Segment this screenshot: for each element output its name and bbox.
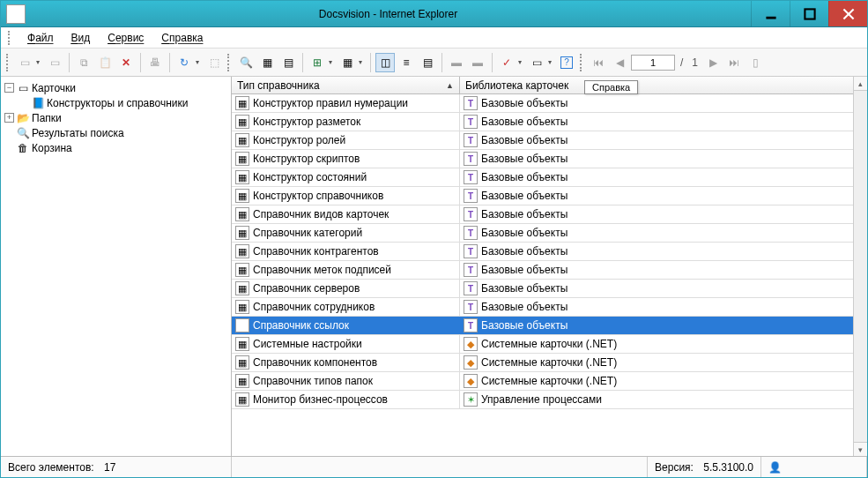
folder-tree[interactable]: − Карточки Конструкторы и справочники + … xyxy=(1,77,232,456)
view-list-button[interactable]: ≡ xyxy=(397,53,416,72)
settings-dropdown[interactable]: ▾ xyxy=(548,58,555,66)
group-button[interactable]: ▬ xyxy=(447,53,466,72)
cell-type-text: Конструктор справочников xyxy=(253,190,383,202)
tree-node-folders[interactable]: + Папки xyxy=(3,110,229,125)
table-row[interactable]: ▦Монитор бизнес-процессовУправление проц… xyxy=(232,391,867,409)
row-library-icon xyxy=(464,207,478,221)
page-first-button[interactable]: ⏮ xyxy=(589,53,608,72)
tree-label: Папки xyxy=(32,112,62,124)
export-excel-button[interactable]: ⊞ xyxy=(308,53,327,72)
export-xml-button[interactable]: ▦ xyxy=(338,53,357,72)
table-row[interactable]: ▦Справочник ссылокБазовые объекты xyxy=(232,317,867,335)
cell-type: ▦Справочник контрагентов xyxy=(232,243,460,260)
status-total: Всего элементов: 17 xyxy=(1,457,232,477)
menu-help[interactable]: Справка xyxy=(154,30,210,46)
cell-library-text: Базовые объекты xyxy=(481,227,568,239)
scroll-down-icon[interactable]: ▾ xyxy=(854,442,867,456)
view-tree-button[interactable]: ◫ xyxy=(375,53,395,72)
vertical-scrollbar[interactable]: ▴ ▾ xyxy=(853,77,867,456)
refresh-button[interactable]: ↻ xyxy=(174,53,194,72)
stop-icon: ⬚ xyxy=(210,56,219,69)
check-button[interactable]: ✓ xyxy=(497,53,516,72)
column-header-library[interactable]: Библиотека карточек ▲ xyxy=(460,77,867,93)
page-prev-button[interactable]: ◀ xyxy=(610,53,629,72)
status-user xyxy=(761,457,867,477)
page-input[interactable]: 1 xyxy=(631,55,675,71)
scroll-up-icon[interactable]: ▴ xyxy=(854,77,867,91)
print-button[interactable]: 🖶 xyxy=(145,53,165,72)
table-row[interactable]: ▦Конструктор справочниковБазовые объекты xyxy=(232,187,867,205)
refresh-dropdown[interactable]: ▾ xyxy=(196,58,203,66)
separator xyxy=(169,53,170,72)
tree-node-trash[interactable]: Корзина xyxy=(3,140,229,155)
page-all-button[interactable]: ▯ xyxy=(746,53,765,72)
separator xyxy=(492,53,493,72)
expander-icon[interactable]: − xyxy=(4,83,14,93)
sort-button[interactable]: ▬ xyxy=(468,53,487,72)
properties-button[interactable]: ▤ xyxy=(278,53,298,72)
delete-button[interactable]: ✕ xyxy=(116,53,136,72)
status-version-label: Версия: xyxy=(655,461,694,474)
window-controls xyxy=(751,1,867,26)
menu-file[interactable]: Файл xyxy=(20,30,61,46)
open-button[interactable]: ▭ xyxy=(45,53,64,72)
help-button[interactable]: ? xyxy=(557,53,576,72)
view-detail-button[interactable]: ▤ xyxy=(418,53,437,72)
cell-library-text: Базовые объекты xyxy=(481,301,568,313)
table-row[interactable]: ▦Конструктор состоянийБазовые объекты xyxy=(232,168,867,187)
expander-icon[interactable]: + xyxy=(4,113,14,123)
table-row[interactable]: ▦Справочник типов папокСистемные карточк… xyxy=(232,372,867,391)
grid-body[interactable]: ▦Конструктор правил нумерацииБазовые объ… xyxy=(232,94,867,456)
new-card-button[interactable]: ▭ xyxy=(15,53,34,72)
new-card-dropdown[interactable]: ▾ xyxy=(36,58,43,66)
cell-library: Базовые объекты xyxy=(460,205,867,223)
table-row[interactable]: ▦Справочник контрагентовБазовые объекты xyxy=(232,243,867,261)
tree-label: Карточки xyxy=(32,82,76,94)
status-version: Версия: 5.5.3100.0 xyxy=(648,457,761,477)
table-row[interactable]: ▦Справочник сотрудниковБазовые объекты xyxy=(232,298,867,317)
filter-button[interactable]: ▦ xyxy=(257,53,277,72)
table-row[interactable]: ▦Конструктор разметокБазовые объекты xyxy=(232,113,867,131)
print-icon: 🖶 xyxy=(150,56,160,69)
cell-library: Базовые объекты xyxy=(460,280,867,297)
stop-button[interactable]: ⬚ xyxy=(204,53,224,72)
search-button[interactable]: 🔍 xyxy=(236,53,256,72)
cell-library: Базовые объекты xyxy=(460,131,867,149)
page-next-button[interactable]: ▶ xyxy=(703,53,723,72)
paste-button[interactable]: 📋 xyxy=(95,53,115,72)
cell-type: ▦Справочник ссылок xyxy=(232,317,460,334)
table-row[interactable]: ▦Справочник серверовБазовые объекты xyxy=(232,280,867,298)
group-icon: ▬ xyxy=(451,56,462,69)
tree-node-results[interactable]: Результаты поиска xyxy=(3,125,229,140)
tree-node-constructors[interactable]: Конструкторы и справочники xyxy=(3,95,229,110)
menu-view[interactable]: Вид xyxy=(64,30,98,46)
table-row[interactable]: ▦Конструктор скриптовБазовые объекты xyxy=(232,150,867,168)
minimize-button[interactable] xyxy=(751,1,790,26)
cell-library: Системные карточки (.NET) xyxy=(460,335,867,353)
row-library-icon xyxy=(464,263,478,277)
settings-button[interactable]: ▭ xyxy=(527,53,546,72)
table-row[interactable]: ▦Справочник категорийБазовые объекты xyxy=(232,224,867,243)
column-header-type[interactable]: Тип справочника ▲ xyxy=(232,77,460,93)
table-row[interactable]: ▦Справочник меток подписейБазовые объект… xyxy=(232,261,867,280)
maximize-button[interactable] xyxy=(790,1,828,26)
cell-type: ▦Справочник типов папок xyxy=(232,372,460,390)
page-last-button[interactable]: ⏭ xyxy=(724,53,744,72)
table-row[interactable]: ▦Справочник компонентовСистемные карточк… xyxy=(232,354,867,372)
table-row[interactable]: ▦Системные настройкиСистемные карточки (… xyxy=(232,335,867,354)
table-row[interactable]: ▦Справочник видов карточекБазовые объект… xyxy=(232,205,867,224)
excel-icon: ⊞ xyxy=(313,56,322,69)
tooltip: Справка xyxy=(584,80,638,94)
cell-type-text: Монитор бизнес-процессов xyxy=(253,393,388,406)
tree-node-cards[interactable]: − Карточки xyxy=(3,80,229,95)
app-icon xyxy=(6,4,26,24)
close-button[interactable] xyxy=(828,1,867,26)
export-dropdown[interactable]: ▾ xyxy=(329,58,336,66)
check-dropdown[interactable]: ▾ xyxy=(518,58,525,66)
export-xml-dropdown[interactable]: ▾ xyxy=(359,58,366,66)
table-row[interactable]: ▦Конструктор правил нумерацииБазовые объ… xyxy=(232,94,867,113)
table-row[interactable]: ▦Конструктор ролейБазовые объекты xyxy=(232,131,867,150)
copy-button[interactable]: ⧉ xyxy=(74,53,93,72)
row-library-icon xyxy=(464,337,478,351)
menu-service[interactable]: Сервис xyxy=(100,30,151,46)
